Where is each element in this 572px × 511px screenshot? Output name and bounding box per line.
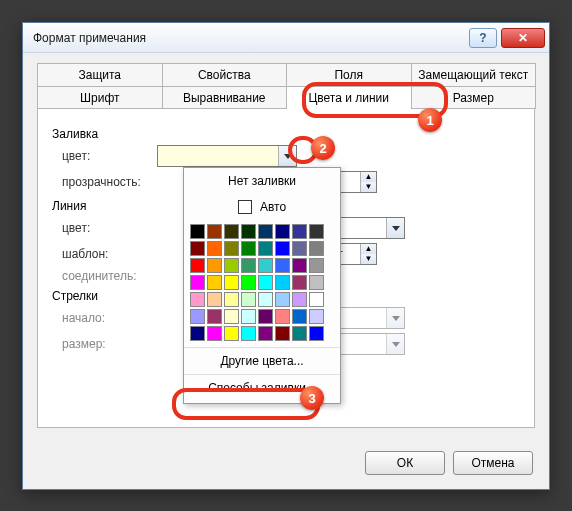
- color-swatch[interactable]: [275, 258, 290, 273]
- color-swatch[interactable]: [275, 275, 290, 290]
- label-connector: соединитель:: [52, 269, 157, 283]
- color-swatch[interactable]: [275, 326, 290, 341]
- color-swatch[interactable]: [309, 224, 324, 239]
- color-swatch[interactable]: [275, 309, 290, 324]
- color-swatch[interactable]: [190, 309, 205, 324]
- color-swatch[interactable]: [190, 224, 205, 239]
- color-swatch[interactable]: [224, 224, 239, 239]
- color-swatch[interactable]: [190, 241, 205, 256]
- color-swatch[interactable]: [258, 241, 273, 256]
- menu-auto-label: Авто: [260, 200, 286, 214]
- color-swatch[interactable]: [258, 224, 273, 239]
- color-swatch[interactable]: [275, 292, 290, 307]
- color-swatch[interactable]: [309, 241, 324, 256]
- color-swatch[interactable]: [241, 275, 256, 290]
- color-swatch[interactable]: [224, 258, 239, 273]
- color-swatch[interactable]: [292, 309, 307, 324]
- color-swatch[interactable]: [241, 326, 256, 341]
- fill-color-combo[interactable]: [157, 145, 297, 167]
- color-swatch[interactable]: [224, 309, 239, 324]
- color-swatch[interactable]: [207, 326, 222, 341]
- color-swatch[interactable]: [207, 258, 222, 273]
- color-swatch[interactable]: [207, 292, 222, 307]
- color-swatch[interactable]: [241, 241, 256, 256]
- ok-button[interactable]: ОК: [365, 451, 445, 475]
- color-swatch[interactable]: [258, 292, 273, 307]
- color-swatch[interactable]: [309, 326, 324, 341]
- color-swatch[interactable]: [258, 275, 273, 290]
- color-swatch[interactable]: [292, 292, 307, 307]
- section-fill: Заливка: [52, 127, 520, 141]
- spin-up-icon[interactable]: ▲: [360, 172, 376, 182]
- color-swatch[interactable]: [207, 224, 222, 239]
- fill-color-dropdown-button[interactable]: [278, 146, 296, 166]
- spin-down-icon[interactable]: ▼: [360, 182, 376, 192]
- fill-color-menu: Нет заливки Авто Другие цвета... Способы…: [183, 167, 341, 404]
- tab-margins[interactable]: Поля: [286, 63, 412, 86]
- fill-color-preview: [158, 146, 278, 166]
- color-swatch[interactable]: [241, 309, 256, 324]
- label-line-color: цвет:: [52, 221, 157, 235]
- close-button[interactable]: ✕: [501, 28, 545, 48]
- spin-down-icon[interactable]: ▼: [360, 254, 376, 264]
- menu-fill-effects[interactable]: Способы заливки...: [184, 374, 340, 401]
- format-comment-dialog: Формат примечания ? ✕ Защита Свойства По…: [22, 22, 550, 490]
- help-button[interactable]: ?: [469, 28, 497, 48]
- titlebar: Формат примечания ? ✕: [23, 23, 549, 53]
- tab-font[interactable]: Шрифт: [37, 86, 163, 109]
- spin-up-icon[interactable]: ▲: [360, 244, 376, 254]
- color-swatch[interactable]: [241, 224, 256, 239]
- color-swatch[interactable]: [224, 292, 239, 307]
- color-swatch[interactable]: [207, 241, 222, 256]
- label-transparency: прозрачность:: [52, 175, 157, 189]
- color-swatch[interactable]: [207, 309, 222, 324]
- color-swatch[interactable]: [309, 292, 324, 307]
- color-swatch[interactable]: [292, 275, 307, 290]
- label-arrow-start: начало:: [52, 311, 157, 325]
- auto-swatch: [238, 200, 252, 214]
- chevron-down-icon: [392, 226, 400, 231]
- color-swatch[interactable]: [292, 258, 307, 273]
- chevron-down-icon: [392, 316, 400, 321]
- line-style-dropdown-button[interactable]: [386, 218, 404, 238]
- color-swatch[interactable]: [190, 326, 205, 341]
- menu-no-fill[interactable]: Нет заливки: [184, 168, 340, 194]
- tab-alt-text[interactable]: Замещающий текст: [411, 63, 537, 86]
- color-swatch[interactable]: [190, 292, 205, 307]
- color-swatch[interactable]: [224, 275, 239, 290]
- color-swatch[interactable]: [309, 275, 324, 290]
- color-swatch[interactable]: [258, 258, 273, 273]
- color-swatch[interactable]: [258, 309, 273, 324]
- tab-size[interactable]: Размер: [411, 86, 537, 109]
- dialog-title: Формат примечания: [33, 31, 469, 45]
- color-swatch[interactable]: [224, 241, 239, 256]
- color-swatch[interactable]: [258, 326, 273, 341]
- color-swatch[interactable]: [309, 258, 324, 273]
- label-fill-color: цвет:: [52, 149, 157, 163]
- cancel-button[interactable]: Отмена: [453, 451, 533, 475]
- chevron-down-icon: [284, 154, 292, 159]
- color-swatch[interactable]: [275, 224, 290, 239]
- tab-alignment[interactable]: Выравнивание: [162, 86, 288, 109]
- tab-colors-lines[interactable]: Цвета и линии: [286, 86, 412, 109]
- color-swatch[interactable]: [241, 292, 256, 307]
- color-swatch[interactable]: [190, 275, 205, 290]
- color-swatch[interactable]: [292, 224, 307, 239]
- tab-properties[interactable]: Свойства: [162, 63, 288, 86]
- color-swatch[interactable]: [207, 275, 222, 290]
- label-template: шаблон:: [52, 247, 157, 261]
- color-swatch[interactable]: [292, 241, 307, 256]
- label-arrow-size: размер:: [52, 337, 157, 351]
- menu-auto[interactable]: Авто: [184, 194, 340, 220]
- color-swatch[interactable]: [309, 309, 324, 324]
- color-swatch[interactable]: [224, 326, 239, 341]
- chevron-down-icon: [392, 342, 400, 347]
- tab-protection[interactable]: Защита: [37, 63, 163, 86]
- color-swatch[interactable]: [275, 241, 290, 256]
- color-swatch[interactable]: [190, 258, 205, 273]
- color-swatch[interactable]: [292, 326, 307, 341]
- color-swatch[interactable]: [241, 258, 256, 273]
- color-palette: [184, 220, 340, 347]
- menu-more-colors[interactable]: Другие цвета...: [184, 347, 340, 374]
